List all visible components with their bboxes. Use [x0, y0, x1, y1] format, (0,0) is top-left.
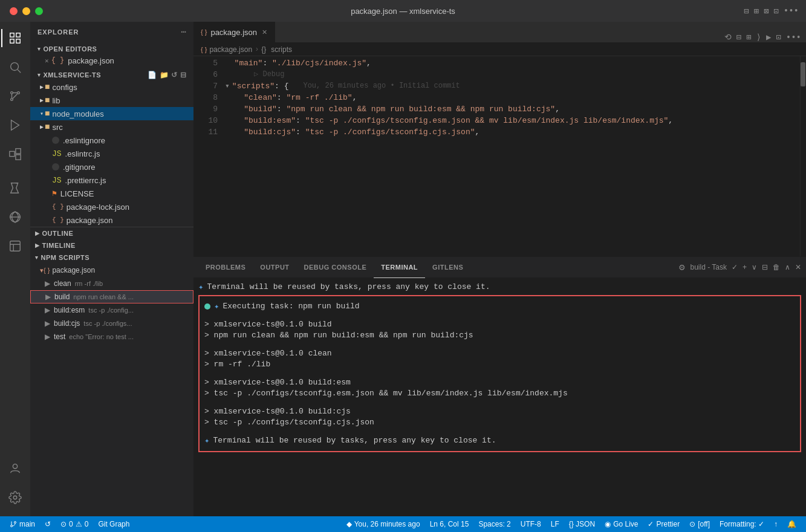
editor-scrollbar[interactable]	[800, 56, 806, 256]
more-actions-icon[interactable]: •••	[784, 6, 799, 16]
terminal-list-icon[interactable]: ∨	[752, 263, 757, 271]
collapse-icon[interactable]: ⊟	[180, 71, 187, 79]
open-editors-label[interactable]: ▾ OPEN EDITORS	[30, 42, 193, 54]
code-line-10: "build:cjs": "tsc -p ./configs/tsconfig.…	[223, 126, 800, 138]
file-prettierrc[interactable]: JS .prettierrc.js	[30, 174, 193, 187]
npm-script-build-cjs[interactable]: ▶ build:cjs tsc -p ./configs...	[30, 317, 193, 330]
tab-gitlens[interactable]: GITLENS	[425, 257, 470, 278]
open-editor-package-json[interactable]: ✕ { } package.json	[30, 54, 193, 67]
close-button[interactable]	[10, 7, 18, 15]
status-encoding[interactable]: UTF-8	[516, 516, 546, 532]
activity-explorer[interactable]	[1, 24, 29, 52]
npm-script-build-esm[interactable]: ▶ build:esm tsc -p ./config...	[30, 303, 193, 317]
tab-close-icon[interactable]: ✕	[262, 28, 267, 36]
folder-lib[interactable]: ▶ ■ lib	[30, 94, 193, 107]
activity-testing[interactable]	[1, 174, 29, 202]
file-eslintignore[interactable]: .eslintignore	[30, 134, 193, 147]
status-git-branch[interactable]: main	[5, 516, 40, 532]
activity-account[interactable]	[1, 455, 29, 482]
activity-run-debug[interactable]	[1, 111, 29, 139]
tab-problems[interactable]: PROBLEMS	[198, 257, 253, 278]
expand-icon[interactable]: ▾	[225, 80, 230, 92]
git-lens-text: You, 26 minutes ago	[354, 520, 420, 528]
status-go-live[interactable]: ◉ Go Live	[600, 516, 643, 532]
folder-icon: ■	[45, 96, 50, 105]
script-run-icon[interactable]: ▶	[45, 332, 50, 341]
activity-extensions[interactable]	[1, 140, 29, 168]
status-remote[interactable]: ⊙ [off]	[684, 516, 715, 532]
tab-output[interactable]: OUTPUT	[253, 257, 296, 278]
activity-source-control[interactable]	[1, 82, 29, 110]
layout-icon-1[interactable]: ⊟	[744, 6, 749, 16]
delete-terminal-icon[interactable]: 🗑	[773, 263, 780, 271]
file-package-lock[interactable]: { } package-lock.json	[30, 200, 193, 213]
status-upload[interactable]: ↑	[769, 516, 782, 532]
project-label[interactable]: ▾ XMLSERVICE-TS 📄 📁 ↺ ⊟	[30, 67, 193, 80]
npm-script-test[interactable]: ▶ test echo "Error: no test ...	[30, 330, 193, 343]
file-license[interactable]: ⚑ LICENSE	[30, 187, 193, 200]
maximize-panel-icon[interactable]: ∧	[785, 263, 790, 271]
split-terminal-icon[interactable]: ⊟	[762, 263, 768, 271]
layout-icon-2[interactable]: ⊞	[753, 6, 758, 16]
tab-terminal[interactable]: TERMINAL	[374, 257, 425, 278]
script-run-icon[interactable]: ▶	[45, 319, 50, 328]
folder-src[interactable]: ▶ ■ src	[30, 120, 193, 134]
file-eslintrc[interactable]: JS .eslintrc.js	[30, 147, 193, 160]
npm-pkg-file[interactable]: ▾{ } package.json	[30, 264, 193, 277]
new-folder-action-icon[interactable]: 📁	[160, 71, 169, 79]
script-run-icon[interactable]: ▶	[45, 293, 51, 301]
status-git-graph[interactable]: Git Graph	[93, 516, 134, 532]
term-line-2: > npm run clean && npm run build:esm && …	[204, 330, 795, 341]
npm-script-build[interactable]: ▶ build npm run clean && ...	[30, 290, 193, 303]
folder-configs[interactable]: ▶ ■ configs	[30, 80, 193, 94]
refresh-icon[interactable]: ↺	[171, 71, 178, 79]
layout-icon[interactable]: ⊞	[746, 32, 751, 42]
folder-node-modules[interactable]: ▾ ■ node_modules	[30, 107, 193, 120]
status-language[interactable]: {} JSON	[564, 516, 600, 532]
activity-search[interactable]	[1, 53, 29, 81]
terminal-content[interactable]: ✦ Terminal will be reused by tasks, pres…	[193, 278, 806, 516]
status-errors[interactable]: ⊙ 0 ⚠ 0	[56, 516, 93, 532]
more-actions-icon[interactable]: •••	[786, 33, 801, 42]
close-tab-icon[interactable]: ✕	[45, 57, 49, 65]
activity-remote-explorer[interactable]	[1, 203, 29, 231]
layout-icon-4[interactable]: ⊡	[773, 6, 778, 16]
minimize-button[interactable]	[22, 7, 30, 15]
npm-script-clean[interactable]: ▶ clean rm -rf ./lib	[30, 277, 193, 290]
navigation-icon[interactable]: ⟩	[756, 32, 761, 42]
tab-debug-console[interactable]: DEBUG CONSOLE	[297, 257, 374, 278]
script-run-icon[interactable]: ▶	[45, 279, 50, 288]
status-notifications[interactable]: 🔔	[782, 516, 801, 532]
add-terminal-icon[interactable]: +	[743, 263, 747, 271]
file-gitignore[interactable]: .gitignore	[30, 160, 193, 174]
tab-package-json[interactable]: { } package.json ✕	[193, 21, 275, 42]
activity-bar-bottom	[1, 455, 29, 516]
file-package-json[interactable]: { } package.json	[30, 213, 193, 227]
new-file-icon[interactable]: ⋯	[181, 27, 186, 37]
activity-settings[interactable]	[1, 484, 29, 511]
status-sync[interactable]: ↺	[40, 516, 56, 532]
status-spaces[interactable]: Spaces: 2	[473, 516, 515, 532]
open-editor-filename: package.json	[68, 56, 114, 65]
panel-layout-icon[interactable]: ⊡	[776, 32, 781, 42]
breadcrumb-section[interactable]: {} scripts	[261, 45, 292, 54]
new-file-action-icon[interactable]: 📄	[148, 71, 157, 79]
split-icon[interactable]: ⊟	[736, 32, 741, 42]
timeline-header[interactable]: ▶ TIMELINE	[30, 239, 193, 251]
play-icon[interactable]: ▶	[766, 32, 771, 42]
breadcrumb-file[interactable]: { } package.json	[201, 45, 252, 54]
status-formatting[interactable]: Formatting: ✓	[715, 516, 769, 532]
npm-scripts-header[interactable]: ▾ NPM SCRIPTS	[30, 251, 193, 264]
maximize-button[interactable]	[35, 7, 43, 15]
status-cursor[interactable]: Ln 6, Col 15	[425, 516, 474, 532]
layout-icon-3[interactable]: ⊠	[764, 6, 769, 16]
status-prettier[interactable]: ✓ Prettier	[643, 516, 684, 532]
status-git-lens[interactable]: ◆ You, 26 minutes ago	[342, 516, 425, 532]
close-panel-icon[interactable]: ✕	[795, 263, 801, 271]
activity-output[interactable]	[1, 232, 29, 260]
history-icon[interactable]: ⟲	[724, 32, 732, 42]
status-eol[interactable]: LF	[546, 516, 564, 532]
outline-header[interactable]: ▶ OUTLINE	[30, 227, 193, 239]
script-run-icon[interactable]: ▶	[45, 306, 50, 314]
code-editor[interactable]: 5 6 7 8 9 10 11 "main": "./lib/cjs/index…	[193, 56, 806, 256]
